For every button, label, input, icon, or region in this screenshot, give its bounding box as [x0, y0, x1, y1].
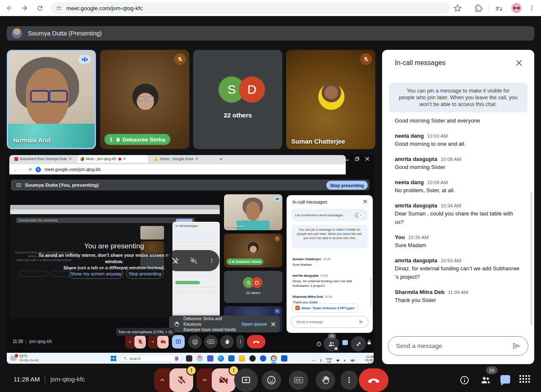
chat-panel-close-icon[interactable] — [515, 59, 523, 67]
nested-tab-drive[interactable]: Home - Google Drive ✕ — [151, 155, 215, 163]
nested-chat-scrollbar[interactable] — [370, 278, 372, 307]
nested-send-icon[interactable] — [359, 319, 364, 324]
taskbar-app-chrome-active[interactable] — [270, 355, 277, 362]
mini-tile-others[interactable]: S D 22 others — [224, 271, 282, 303]
nested-raise-hand-button[interactable] — [220, 335, 234, 348]
taskbar-app-taskview[interactable] — [186, 355, 192, 362]
chat-scrollbar[interactable] — [530, 192, 532, 325]
meeting-details-icon[interactable] — [459, 375, 470, 386]
participant-name: Nirmala Arul — [13, 136, 51, 144]
taskbar-app-word[interactable] — [281, 355, 287, 362]
nested-mic-options-chevron[interactable] — [125, 335, 134, 348]
tile-more-options-icon[interactable] — [209, 258, 215, 264]
open-queue-button[interactable]: Open queue — [241, 321, 267, 327]
tab-close-icon[interactable]: ✕ — [123, 157, 126, 161]
nested-send-message-field[interactable] — [295, 319, 352, 324]
captions-button[interactable]: CC — [289, 370, 308, 390]
recursion-address-bar — [10, 210, 220, 214]
taskbar-app-edge[interactable] — [218, 355, 224, 362]
tile-hover-controls[interactable] — [166, 250, 219, 271]
mini-tile-debasree[interactable]: 1 Debasree Sinha — [224, 234, 282, 267]
tray-clock[interactable]: 11:28 09-08-2025 — [359, 355, 374, 364]
mic-muted-button[interactable]: ! — [169, 368, 193, 392]
nested-cam-options-chevron[interactable] — [148, 335, 157, 348]
address-bar[interactable]: meet.google.com/jsm-qtog-kfc — [51, 2, 450, 14]
url-text[interactable]: meet.google.com/jsm-qtog-kfc — [66, 5, 143, 11]
mini-tile-nirmala[interactable]: Nirmala Arul — [224, 194, 282, 230]
nested-captions-button[interactable]: CC — [204, 335, 218, 348]
media-controls-icon[interactable] — [494, 4, 503, 13]
cam-off-button[interactable]: ! — [212, 368, 235, 392]
nested-info-icon[interactable] — [316, 341, 322, 347]
video-tile-others[interactable]: S D 22 others — [193, 50, 282, 149]
browser-reload-icon[interactable] — [36, 4, 44, 12]
nested-chat-close-icon[interactable] — [363, 199, 368, 204]
nested-more-options-button[interactable] — [236, 335, 244, 348]
nested-mic-muted-button[interactable] — [134, 335, 146, 348]
people-button[interactable] — [479, 374, 492, 386]
mic-options-chevron[interactable] — [154, 368, 170, 392]
bookmark-star-icon[interactable] — [453, 3, 462, 13]
taskbar-search-box[interactable]: Search — [120, 355, 182, 362]
toggle-switch-on[interactable]: ✓ — [354, 212, 364, 218]
nested-tab-document[interactable]: Document from Soumya Dutta ✕ — [12, 155, 74, 163]
extensions-icon[interactable] — [474, 3, 483, 13]
share-file-chip[interactable]: P Share ‘Team Criterion 9 PPT.pptx’ — [292, 303, 359, 313]
powerpoint-icon: P — [295, 306, 300, 310]
windows-start-button[interactable] — [111, 356, 116, 361]
taskbar-app-outlook[interactable] — [228, 355, 235, 362]
cam-options-chevron[interactable] — [197, 368, 213, 392]
overlay-stop-presenting-button[interactable]: Stop presenting — [126, 268, 164, 279]
taskbar-app-explorer[interactable] — [239, 355, 245, 362]
chat-message: amrita dasgupta10:34 AM Dear Suman , cou… — [395, 202, 522, 226]
nested-host-controls-icon[interactable] — [366, 339, 372, 346]
tray-language-indicator[interactable]: ENG US — [326, 357, 332, 363]
nested-window-controls[interactable] — [345, 157, 369, 161]
contributors-toggle-row[interactable]: Let contributors send messages ✓ — [292, 209, 368, 221]
nested-fullscreen-button[interactable] — [351, 336, 366, 351]
taskbar-app-dell[interactable] — [249, 355, 256, 362]
video-tile-nirmala[interactable]: Nirmala Arul — [7, 50, 96, 149]
nested-reactions-button[interactable] — [188, 335, 202, 348]
show-screen-anyway-button[interactable]: Show my screen anyway — [69, 268, 123, 279]
present-screen-button[interactable] — [234, 368, 258, 392]
video-tile-suman[interactable]: Suman Chatterjee — [286, 50, 375, 149]
message-input-container[interactable] — [388, 336, 528, 356]
nested-message-input[interactable] — [291, 316, 369, 328]
nested-stop-presenting-button[interactable]: Stop presenting — [326, 181, 368, 190]
recursion-input — [175, 287, 216, 292]
browser-menu-icon[interactable] — [527, 4, 536, 12]
send-icon[interactable] — [512, 341, 521, 351]
raise-hand-button[interactable] — [316, 370, 335, 390]
taskbar-system-tray[interactable]: ENG US 11:28 09-08-2025 — [312, 355, 374, 364]
nested-present-active-button[interactable] — [172, 335, 185, 348]
taskbar-app-teams[interactable] — [207, 355, 213, 362]
site-settings-icon[interactable] — [56, 5, 62, 11]
chat-active-button[interactable] — [500, 375, 510, 384]
mini-person-face — [246, 202, 260, 220]
pin-off-icon[interactable] — [171, 256, 179, 265]
send-message-field[interactable] — [395, 342, 512, 350]
tab-close-icon[interactable]: ✕ — [68, 157, 72, 161]
toast-close-icon[interactable] — [271, 322, 276, 327]
audio-off-icon[interactable] — [189, 256, 199, 266]
browser-back-icon[interactable] — [5, 4, 14, 12]
video-tile-debasree[interactable]: 1 Debasree Sinha — [100, 50, 189, 149]
end-call-button[interactable] — [359, 368, 388, 392]
nested-end-call-button[interactable] — [247, 335, 265, 348]
browser-forward-icon[interactable] — [20, 4, 29, 12]
nested-chat-active-icon[interactable] — [342, 340, 348, 345]
more-options-button[interactable] — [341, 370, 358, 390]
chat-message: amrita dasgupta10:08 AM Good morning Sis… — [395, 156, 522, 172]
reactions-button[interactable] — [262, 370, 281, 390]
tab-close-icon[interactable]: ✕ — [195, 157, 199, 161]
taskbar-weather-widget[interactable]: 32°C Mostly cloudy — [10, 354, 38, 362]
taskbar-app-copilot[interactable] — [197, 355, 203, 362]
taskbar-app-browser[interactable] — [260, 355, 266, 362]
new-tab-icon[interactable]: + — [218, 156, 224, 162]
activities-button[interactable] — [519, 375, 530, 383]
shared-screen-tile[interactable]: Document from Soumya Dutta ✕ Meet - jsm-… — [7, 154, 374, 364]
profile-avatar[interactable] — [511, 3, 522, 13]
nested-cam-off-button[interactable] — [157, 335, 169, 348]
nested-tab-meet-active[interactable]: Meet - jsm-qtog-kfc ✕ — [78, 155, 148, 163]
